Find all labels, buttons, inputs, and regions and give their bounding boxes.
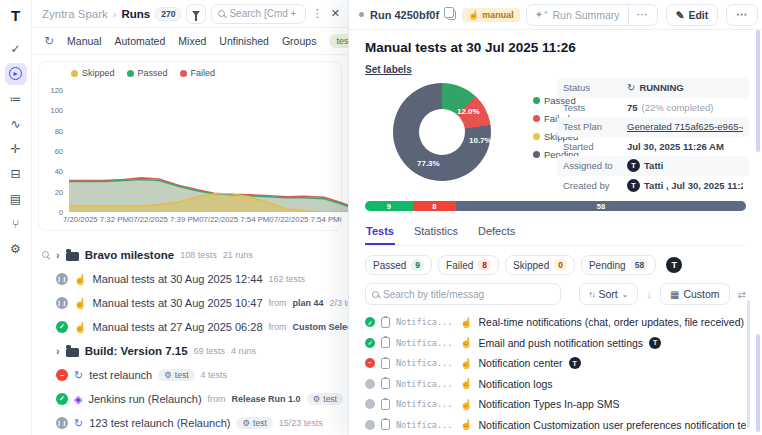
test-row[interactable]: Notifica... ☝ Notification Customization… xyxy=(365,415,746,435)
chip-passed[interactable]: Passed9 xyxy=(365,255,432,275)
chevron-right-icon[interactable]: › xyxy=(56,249,60,261)
run-summary-more-button[interactable]: ⋯ xyxy=(629,8,657,21)
pencil-icon: ✎ xyxy=(676,9,685,21)
clipboard-icon xyxy=(381,317,390,328)
filter-button[interactable] xyxy=(186,4,206,24)
tab-unfinished[interactable]: Unfinished xyxy=(219,35,269,47)
from-plan[interactable]: Release Run 1.0 xyxy=(232,394,301,404)
run-meta: 162 tests xyxy=(269,274,306,284)
trend-svg xyxy=(69,82,359,212)
runs-clear-button[interactable]: ✕ xyxy=(329,7,342,20)
sort-button[interactable]: ↑↓Sort⌄ xyxy=(579,283,639,305)
tab-statistics[interactable]: Statistics xyxy=(413,221,459,245)
run-summary-button-group: ✦⁺Run Summary ⋯ xyxy=(526,4,658,26)
sidebar-item-reports[interactable]: ▤ xyxy=(5,188,27,210)
custom-columns-button[interactable]: ▦Custom xyxy=(660,283,730,305)
tests-search[interactable] xyxy=(365,283,561,305)
tab-automated[interactable]: Automated xyxy=(115,35,166,47)
test-type-chip: ⚙test xyxy=(307,393,343,405)
sort-icon: ↑↓ xyxy=(589,290,595,299)
runs-list: › Bravo milestone 108 tests 21 runs ❙❙ ☝… xyxy=(32,243,348,435)
manual-icon: ☝ xyxy=(460,399,472,410)
drawer-more-button[interactable]: ⋯ xyxy=(726,4,758,26)
avatar: T xyxy=(627,179,640,192)
refresh-icon[interactable]: ↻ xyxy=(44,34,54,48)
tab-tests[interactable]: Tests xyxy=(365,221,395,245)
sidebar-item-pulse[interactable]: ✛ xyxy=(5,138,27,160)
run-summary-button[interactable]: ✦⁺Run Summary xyxy=(527,9,628,21)
runs-search[interactable] xyxy=(211,4,305,24)
assignee-filter-avatar[interactable]: T xyxy=(666,257,682,273)
info-row-assigned: Assigned to TTatti xyxy=(557,156,749,176)
from-plan[interactable]: Custom Selection xyxy=(293,322,348,332)
tab-groups[interactable]: Groups xyxy=(282,35,316,47)
edit-button[interactable]: ✎Edit xyxy=(666,4,719,26)
sidebar-item-import[interactable]: ⊟ xyxy=(5,163,27,185)
chip-pending[interactable]: Pending58 xyxy=(581,255,656,275)
manual-icon: ☝ xyxy=(460,419,472,430)
runs-more-button[interactable]: ⋮ xyxy=(311,7,324,20)
donut-failed-label: 10.7% xyxy=(469,136,492,145)
folder-icon xyxy=(66,252,79,261)
run-row[interactable]: ❙❙ ☝ Manual tests at 30 Aug 2025 12:44 1… xyxy=(32,267,348,291)
pending-status-icon xyxy=(365,399,375,409)
x-axis-labels: 7/20/2025 7:32 PM 07/22/2025 7:39 PM 07/… xyxy=(63,215,341,224)
suite-label: Notifica... xyxy=(396,420,454,430)
test-row[interactable]: ✓ Notifica... ☝ Real-time notifications … xyxy=(365,312,746,333)
sidebar-item-analytics[interactable]: ∿ xyxy=(5,113,27,135)
tab-defects[interactable]: Defects xyxy=(477,221,516,245)
clipboard-icon xyxy=(381,419,390,430)
sidebar-item-test-cases[interactable]: ≔ xyxy=(5,88,27,110)
clipboard-icon xyxy=(381,337,390,348)
run-row[interactable]: ❙❙ ↻ 123 test relaunch (Relaunch) ⚙test … xyxy=(32,411,348,435)
run-row[interactable]: ❙❙ ☝ Manual tests at 30 Aug 2025 10:47 f… xyxy=(32,291,348,315)
download-icon[interactable]: ↓ xyxy=(646,288,652,300)
from-plan[interactable]: plan 44 xyxy=(293,298,324,308)
copy-icon[interactable] xyxy=(447,10,456,20)
chip-skipped[interactable]: Skipped0 xyxy=(505,255,575,275)
tests-toolbar: ↑↓Sort⌄ ↓ ▦Custom ⇄ xyxy=(365,283,746,305)
test-row[interactable]: Notifica... ☝ Notification Types In-app … xyxy=(365,394,746,415)
breadcrumb-current[interactable]: Runs xyxy=(122,8,151,20)
sidebar-item-tasks[interactable]: ✓ xyxy=(5,38,27,60)
filter-sliders-icon[interactable]: ⇄ xyxy=(738,289,746,300)
run-row[interactable]: − ↻ test relaunch ⚙test 4 tests xyxy=(32,363,348,387)
tab-manual[interactable]: Manual xyxy=(67,35,101,47)
drawer-scrollbar-thumb[interactable] xyxy=(756,334,760,432)
run-row-build-folder[interactable]: › Build: Version 7.15 69 tests 4 runs xyxy=(32,339,348,363)
tests-search-input[interactable] xyxy=(383,289,554,300)
run-meta: 15/23 tests xyxy=(279,418,323,428)
pin-icon[interactable] xyxy=(42,251,50,259)
app-window: T ✓ ▸ ≔ ∿ ✛ ⊟ ▤ ⑂ ⚙ Zyntra Spark › Runs … xyxy=(0,0,762,435)
drawer-scrollbar-thumb[interactable] xyxy=(756,30,760,152)
test-row[interactable]: Notifica... ☝ Notification logs xyxy=(365,374,746,395)
test-row[interactable]: ✓ Notifica... ☝ Email and push notificat… xyxy=(365,333,746,354)
sidebar-item-runs[interactable]: ▸ xyxy=(5,63,27,85)
chevron-right-icon[interactable]: › xyxy=(56,345,60,357)
info-row-created: Created by TTatti , Jul 30, 2025 11:26 A… xyxy=(557,176,749,196)
run-row-milestone[interactable]: › Bravo milestone 108 tests 21 runs xyxy=(32,243,348,267)
set-labels-link[interactable]: Set labels xyxy=(365,64,412,75)
paused-status-icon: ❙❙ xyxy=(56,273,68,285)
chip-failed[interactable]: Failed8 xyxy=(438,255,499,275)
sidebar-item-branches[interactable]: ⑂ xyxy=(5,213,27,235)
tests-list-scrollbar-thumb[interactable] xyxy=(747,300,750,428)
run-title: Manual tests at 30 Aug 2025 10:47 xyxy=(92,297,262,309)
manual-icon: ☝ xyxy=(460,317,472,328)
pulse-icon: ✛ xyxy=(10,142,20,156)
drawer-body: Manual tests at 30 Jul 2025 11:26 Set la… xyxy=(349,30,762,435)
test-row[interactable]: − Notifica... ☝ Notification center T xyxy=(365,353,746,374)
failed-dot-icon xyxy=(533,115,540,122)
sidebar-item-settings[interactable]: ⚙ xyxy=(5,238,27,260)
run-row[interactable]: ✓ ☝ Manual tests at 27 Aug 2025 06:28 fr… xyxy=(32,315,348,339)
breadcrumb-project[interactable]: Zyntra Spark xyxy=(42,8,108,20)
info-row-tests: Tests 75(22% completed) xyxy=(557,98,749,118)
sparkle-icon: ✦⁺ xyxy=(535,9,549,20)
passed-status-icon: ✓ xyxy=(365,338,375,348)
run-row[interactable]: ✓ ◈ Jenkins run (Relaunch) from Release … xyxy=(32,387,348,411)
legend-failed: Failed xyxy=(180,68,216,78)
runs-search-input[interactable] xyxy=(229,8,298,19)
tab-mixed[interactable]: Mixed xyxy=(178,35,206,47)
status-filter-chips: Passed9 Failed8 Skipped0 Pending58 T xyxy=(365,255,746,275)
test-plan-link[interactable]: Generated 715af625-e965-4a2b xyxy=(627,121,743,132)
